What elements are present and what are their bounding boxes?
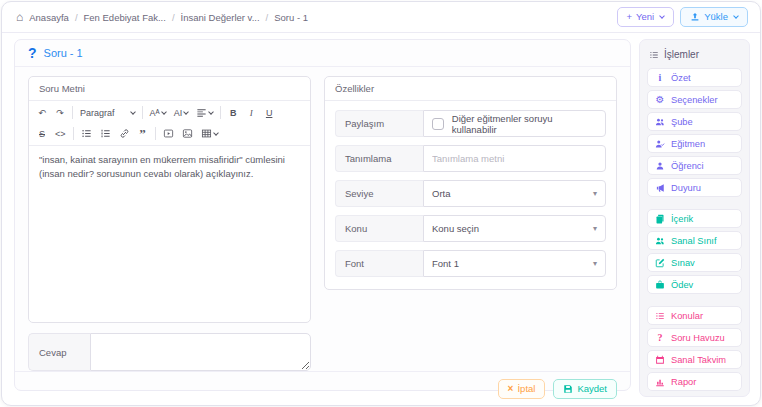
- question-text-panel: Soru Metni ↶ ↷ Paragraf: [28, 76, 311, 323]
- save-button-label: Kaydet: [577, 384, 607, 394]
- share-checkbox[interactable]: [432, 118, 444, 130]
- align-icon[interactable]: [193, 104, 216, 121]
- home-icon[interactable]: ⌂: [16, 11, 23, 23]
- breadcrumb: ⌂ Anasayfa / Fen Edebiyat Fak... / İnsan…: [16, 11, 308, 23]
- underline-icon[interactable]: U: [261, 104, 277, 121]
- italic-icon[interactable]: I: [243, 104, 259, 121]
- question-text-editor[interactable]: "insan, kainat sarayının en mükerrem mis…: [29, 146, 310, 322]
- sidebar-item-konular[interactable]: Konular: [647, 306, 742, 325]
- sidebar-item-ogrenci[interactable]: Öğrenci: [647, 156, 742, 175]
- sidebar-item-sinav[interactable]: Sınav: [647, 253, 742, 272]
- share-row: Paylaşım Diğer eğitmenler soruyu kullana…: [335, 110, 606, 137]
- level-label: Seviye: [335, 180, 423, 207]
- paragraph-style-value: Paragraf: [80, 108, 115, 118]
- user-check-icon: [655, 139, 665, 149]
- table-icon[interactable]: [198, 125, 221, 142]
- question-card: ? Soru - 1 Soru Metni ↶ ↷: [14, 39, 631, 391]
- sidebar-item-label: Sanal Sınıf: [671, 236, 716, 246]
- font-select[interactable]: Font 1 ▾: [423, 250, 606, 277]
- properties-body: Paylaşım Diğer eğitmenler soruyu kullana…: [325, 101, 616, 289]
- breadcrumb-separator: /: [75, 12, 78, 23]
- chevron-down-icon: [161, 109, 167, 115]
- breadcrumb-current: Soru - 1: [274, 12, 308, 23]
- sidebar-item-sanal-takvim[interactable]: Sanal Takvim: [647, 350, 742, 369]
- sidebar-group-gap: [647, 297, 742, 306]
- sidebar-item-ozet[interactable]: i Özet: [647, 68, 742, 87]
- answer-row: Cevap: [28, 333, 311, 371]
- link-icon[interactable]: [116, 125, 133, 142]
- new-button[interactable]: + Yeni: [617, 7, 675, 27]
- sidebar-item-egitmen[interactable]: Eğitmen: [647, 134, 742, 153]
- save-button[interactable]: Kaydet: [553, 379, 617, 399]
- card-footer: × İptal Kaydet: [15, 371, 630, 406]
- sidebar-item-odev[interactable]: Ödev: [647, 275, 742, 294]
- list-icon: [655, 311, 665, 321]
- breadcrumb-ders[interactable]: İnsani Değerler v...: [181, 12, 260, 23]
- sidebar-item-sube[interactable]: Şube: [647, 112, 742, 131]
- media-icon[interactable]: [160, 125, 177, 142]
- chart-icon: [655, 377, 665, 387]
- redo-icon[interactable]: ↷: [52, 104, 68, 121]
- answer-textarea[interactable]: [90, 333, 311, 371]
- chevron-down-icon: ▾: [593, 259, 597, 268]
- chevron-down-icon: ▾: [593, 189, 597, 198]
- sidebar-item-secenekler[interactable]: ⚙ Seçenekler: [647, 90, 742, 109]
- answer-label: Cevap: [28, 333, 90, 371]
- font-row: Font Font 1 ▾: [335, 250, 606, 277]
- sidebar-item-label: Rapor: [671, 377, 696, 387]
- sidebar-item-label: Soru Havuzu: [671, 333, 725, 343]
- description-input[interactable]: [432, 153, 597, 164]
- question-icon: ?: [655, 333, 665, 343]
- actions-sidebar: İşlemler i Özet ⚙ Seçenekler Şube: [639, 39, 750, 397]
- bullet-list-icon[interactable]: [78, 125, 95, 142]
- sidebar-item-sanal-sinif[interactable]: Sanal Sınıf: [647, 231, 742, 250]
- numbered-list-icon[interactable]: [97, 125, 114, 142]
- share-control: Diğer eğitmenler soruyu kullanabilir: [423, 110, 606, 137]
- breadcrumb-anasayfa[interactable]: Anasayfa: [29, 12, 69, 23]
- cancel-button-label: İptal: [517, 384, 535, 394]
- undo-icon[interactable]: ↶: [34, 104, 50, 121]
- sidebar-item-icerik[interactable]: İçerik: [647, 209, 742, 228]
- actions-sidebar-header: İşlemler: [647, 47, 742, 68]
- font-family-glyph: AI: [174, 108, 183, 118]
- megaphone-icon: [655, 183, 665, 193]
- sidebar-item-soru-havuzu[interactable]: ? Soru Havuzu: [647, 328, 742, 347]
- level-select[interactable]: Orta ▾: [423, 180, 606, 207]
- font-size-icon[interactable]: Aᴬ: [147, 104, 169, 121]
- chevron-down-icon: [659, 13, 665, 19]
- sidebar-item-label: Konular: [671, 311, 703, 321]
- question-mark-icon: ?: [28, 46, 37, 60]
- level-select-value: Orta: [432, 188, 450, 199]
- app-window: ⌂ Anasayfa / Fen Edebiyat Fak... / İnsan…: [1, 1, 761, 406]
- level-row: Seviye Orta ▾: [335, 180, 606, 207]
- blockquote-icon[interactable]: ”: [135, 125, 151, 142]
- sidebar-item-duyuru[interactable]: Duyuru: [647, 178, 742, 197]
- close-icon: ×: [508, 384, 514, 394]
- upload-button[interactable]: Yükle: [680, 7, 748, 27]
- properties-panel: Özellikler Paylaşım Diğer eğitmenler sor…: [324, 76, 617, 290]
- sidebar-item-rapor[interactable]: Rapor: [647, 372, 742, 391]
- chevron-down-icon: [208, 109, 214, 115]
- code-icon[interactable]: <>: [52, 125, 69, 142]
- topic-select-value: Konu seçin: [432, 223, 479, 234]
- new-button-label: Yeni: [636, 12, 654, 22]
- question-card-header: ? Soru - 1: [15, 40, 630, 67]
- sidebar-item-label: Öğrenci: [671, 161, 704, 171]
- toolbar-separator: [73, 127, 74, 140]
- breadcrumb-fakulte[interactable]: Fen Edebiyat Fak...: [84, 12, 166, 23]
- sidebar-item-label: Sanal Takvim: [671, 355, 726, 365]
- topbar-buttons: + Yeni Yükle: [617, 7, 748, 27]
- sidebar-group-gap: [647, 200, 742, 209]
- topic-select[interactable]: Konu seçin ▾: [423, 215, 606, 242]
- bold-icon[interactable]: B: [225, 104, 241, 121]
- description-control: [423, 145, 606, 172]
- plus-icon: +: [627, 12, 633, 22]
- sidebar-item-label: Özet: [671, 73, 691, 83]
- user-icon: [655, 161, 665, 171]
- chevron-down-icon: [183, 109, 189, 115]
- font-family-icon[interactable]: AI: [171, 104, 192, 121]
- strikethrough-icon[interactable]: S: [34, 125, 50, 142]
- image-icon[interactable]: [179, 125, 196, 142]
- cancel-button[interactable]: × İptal: [498, 379, 546, 399]
- paragraph-style-dropdown[interactable]: Paragraf: [76, 108, 139, 118]
